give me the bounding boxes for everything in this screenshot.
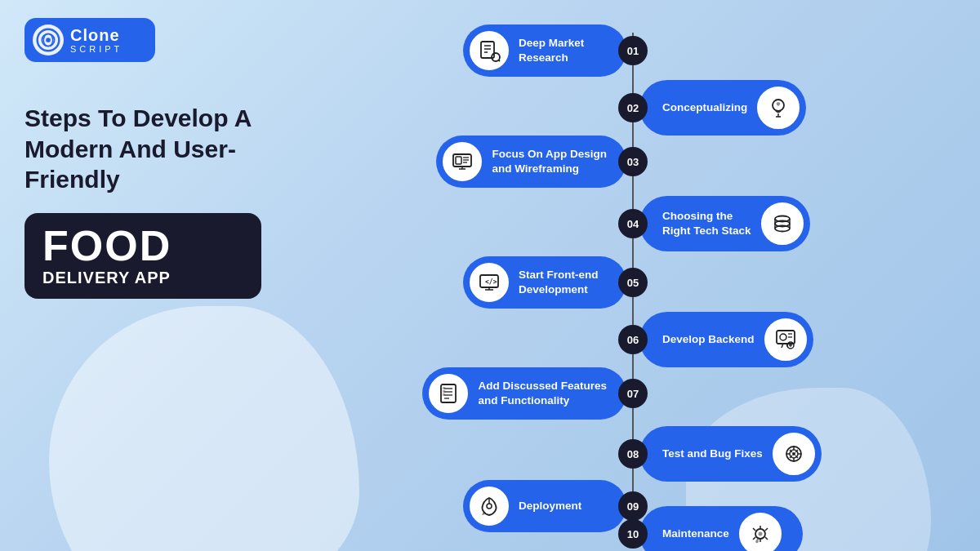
svg-rect-43 [443, 393, 445, 396]
step-row-4: 04 Choosing theRight Tech Stack [323, 196, 943, 251]
right-panel: Deep MarketResearch 01 02 Conceptualizin… [302, 0, 980, 551]
step-icon-4 [760, 201, 805, 247]
svg-point-30 [780, 334, 786, 340]
step-number-1: 01 [618, 36, 648, 65]
step-card-7: Add Discussed Featuresand Functionality [422, 367, 626, 420]
step-left-7: Add Discussed Featuresand Functionality [323, 367, 633, 420]
step-number-5: 05 [618, 268, 648, 297]
logo-text: Clone SCRIPT [70, 26, 122, 54]
logo-box[interactable]: Clone SCRIPT [24, 18, 155, 62]
step-label-4: Choosing theRight Tech Stack [662, 209, 751, 238]
svg-point-58 [758, 532, 762, 536]
step-icon-6 [763, 317, 808, 362]
logo-icon [33, 24, 64, 56]
food-title: FOOD [42, 224, 243, 267]
step-label-1: Deep MarketResearch [519, 36, 584, 64]
step-label-7: Add Discussed Featuresand Functionality [478, 379, 607, 407]
svg-rect-42 [443, 390, 445, 393]
step-icon-10 [737, 511, 783, 551]
step-left-5: </> Start Front-endDevelopment [323, 256, 633, 309]
step-icon-1 [468, 29, 510, 72]
svg-point-50 [792, 452, 795, 455]
step-label-10: Maintenance [662, 527, 729, 541]
step-row-5: </> Start Front-endDevelopment 05 [323, 256, 943, 309]
step-number-10: 10 [618, 519, 648, 549]
left-panel: Clone SCRIPT Steps To Develop A Modern A… [0, 0, 302, 551]
step-row-2: 02 Conceptualizing [323, 80, 943, 136]
step-right-6: Develop Backend [633, 312, 943, 367]
logo-script-text: SCRIPT [70, 44, 122, 54]
step-card-3: Focus On App Designand Wireframing [436, 136, 626, 188]
step-number-3: 03 [618, 147, 648, 176]
step-card-2: Conceptualizing [639, 80, 806, 136]
step-right-10: Maintenance [633, 506, 943, 551]
step-icon-8 [771, 431, 817, 477]
step-icon-7 [427, 372, 470, 415]
step-row-6: 06 Develop Backend [323, 312, 943, 367]
step-card-6: Develop Backend [639, 312, 813, 367]
step-number-7: 07 [618, 379, 648, 408]
step-icon-5: </> [468, 261, 510, 304]
step-label-8: Test and Bug Fixes [662, 447, 763, 461]
step-card-10: Maintenance [639, 506, 803, 551]
step-card-8: Test and Bug Fixes [639, 426, 822, 482]
food-box: FOOD DELIVERY APP [24, 213, 261, 299]
step-right-8: Test and Bug Fixes [633, 426, 943, 482]
steps-container: Deep MarketResearch 01 02 Conceptualizin… [323, 16, 943, 535]
step-number-8: 08 [618, 439, 648, 469]
step-row-1: Deep MarketResearch 01 [323, 24, 943, 77]
step-icon-2 [755, 85, 801, 131]
svg-text:</>: </> [485, 278, 497, 286]
step-number-2: 02 [618, 93, 648, 122]
step-left-1: Deep MarketResearch [323, 24, 633, 77]
svg-line-9 [499, 60, 501, 62]
step-number-9: 09 [618, 491, 648, 521]
step-card-1: Deep MarketResearch [463, 24, 626, 77]
svg-point-3 [46, 38, 51, 42]
step-label-3: Focus On App Designand Wireframing [492, 147, 607, 176]
logo-clone-text: Clone [70, 26, 122, 44]
step-label-2: Conceptualizing [662, 100, 747, 115]
step-label-5: Start Front-endDevelopment [519, 268, 599, 296]
step-right-4: Choosing theRight Tech Stack [633, 196, 943, 251]
svg-rect-41 [443, 387, 445, 389]
step-row-3: Focus On App Designand Wireframing 03 [323, 136, 943, 188]
step-number-6: 06 [618, 325, 648, 354]
step-row-8: 08 Test and Bug Fixes [323, 426, 943, 482]
step-icon-3 [441, 140, 483, 183]
step-number-4: 04 [618, 209, 648, 238]
headline: Steps To Develop A Modern And User-Frien… [24, 103, 278, 195]
step-right-2: Conceptualizing [633, 80, 943, 136]
step-card-4: Choosing theRight Tech Stack [639, 196, 810, 251]
step-card-5: </> Start Front-endDevelopment [463, 256, 626, 309]
step-row-7: Add Discussed Featuresand Functionality … [323, 367, 943, 420]
food-subtitle: DELIVERY APP [42, 269, 243, 287]
step-left-3: Focus On App Designand Wireframing [323, 136, 633, 188]
svg-rect-14 [456, 157, 461, 164]
main-container: Clone SCRIPT Steps To Develop A Modern A… [0, 0, 980, 551]
step-label-6: Develop Backend [662, 332, 755, 347]
